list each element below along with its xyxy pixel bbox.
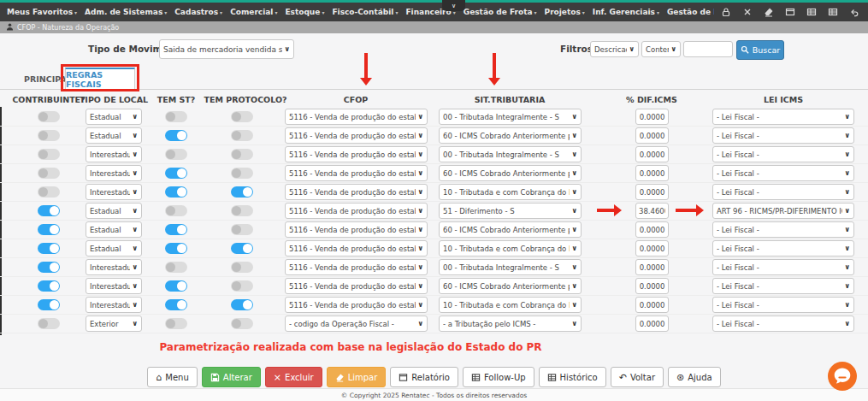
window-icon[interactable] bbox=[785, 7, 795, 17]
tipo-local-select[interactable]: Exterior∨ bbox=[86, 315, 142, 332]
limpar-button[interactable]: Limpar bbox=[327, 367, 387, 387]
contribuinte-toggle[interactable] bbox=[38, 186, 60, 198]
tem-st-toggle[interactable] bbox=[165, 280, 187, 292]
alterar-button[interactable]: Alterar bbox=[202, 367, 261, 387]
historico-button[interactable]: Histórico bbox=[539, 367, 606, 387]
tem-protocolo-toggle[interactable] bbox=[231, 243, 253, 254]
tem-st-toggle[interactable] bbox=[165, 224, 187, 235]
excluir-button[interactable]: ×Excluir bbox=[265, 367, 322, 387]
filter-search-input[interactable] bbox=[683, 41, 733, 57]
cfop-select[interactable]: 5116 - Venda de produção do estabelecime… bbox=[285, 240, 428, 257]
contribuinte-toggle[interactable] bbox=[38, 224, 60, 235]
tipo-movimento-select[interactable]: Saida de mercadoria vendida sob a c∨ bbox=[159, 39, 294, 59]
menu-item[interactable]: Estoque▾ bbox=[285, 8, 324, 16]
lei-icms-select[interactable]: - Lei Fiscal -∨ bbox=[712, 278, 854, 294]
tipo-local-select[interactable]: Interestadual∨ bbox=[86, 184, 142, 200]
tem-st-toggle[interactable] bbox=[165, 205, 187, 216]
contribuinte-toggle[interactable] bbox=[38, 299, 60, 310]
tipo-local-select[interactable]: Estadual∨ bbox=[86, 203, 142, 219]
tem-protocolo-toggle[interactable] bbox=[231, 299, 253, 310]
lei-icms-select[interactable]: - Lei Fiscal -∨ bbox=[712, 109, 854, 125]
tipo-local-select[interactable]: Interestadual∨ bbox=[86, 297, 142, 313]
sit-tributaria-select[interactable]: 60 - ICMS Cobrado Anteriormente por Subs… bbox=[439, 165, 582, 181]
sit-tributaria-select[interactable]: 60 - ICMS Cobrado Anteriormente por Subs… bbox=[439, 278, 582, 294]
menu-item[interactable]: Gestão de Pessoas▾ bbox=[667, 8, 714, 16]
tipo-local-select[interactable]: Interestadual∨ bbox=[86, 165, 142, 181]
dif-icms-input[interactable] bbox=[635, 297, 669, 313]
cfop-select[interactable]: 5116 - Venda de produção do estabelecime… bbox=[285, 165, 428, 181]
tipo-local-select[interactable]: Interestadual∨ bbox=[86, 146, 142, 162]
undo-icon[interactable] bbox=[849, 7, 859, 17]
dif-icms-input[interactable] bbox=[635, 240, 669, 257]
menu-item[interactable]: Cadastros▾ bbox=[174, 8, 222, 16]
sit-tributaria-select[interactable]: 10 - Tributada e com Cobrança do ICMS po… bbox=[439, 240, 582, 257]
contribuinte-toggle[interactable] bbox=[38, 111, 60, 122]
tem-st-toggle[interactable] bbox=[165, 318, 187, 329]
lei-icms-select[interactable]: - Lei Fiscal -∨ bbox=[712, 297, 854, 313]
cfop-select[interactable]: 5116 - Venda de produção do estabelecime… bbox=[285, 109, 428, 125]
tem-protocolo-toggle[interactable] bbox=[231, 318, 253, 329]
menu-item[interactable]: Gestão de Frota▾ bbox=[464, 8, 537, 16]
tipo-local-select[interactable]: Interestadual∨ bbox=[86, 278, 142, 294]
cfop-select[interactable]: 5116 - Venda de produção do estabelecime… bbox=[285, 184, 428, 200]
tipo-local-select[interactable]: Estadual∨ bbox=[86, 109, 142, 125]
cfop-select[interactable]: 5116 - Venda de produção do estabelecime… bbox=[285, 221, 428, 238]
tab-regras-fiscais[interactable]: REGRAS FISCAIS bbox=[65, 68, 135, 90]
contribuinte-toggle[interactable] bbox=[38, 149, 60, 160]
tem-protocolo-toggle[interactable] bbox=[231, 168, 253, 179]
close-icon[interactable] bbox=[742, 7, 753, 17]
cfop-select[interactable]: 5116 - Venda de produção do estabelecime… bbox=[285, 259, 428, 275]
menu-button[interactable]: ⌂Menu bbox=[147, 367, 197, 387]
cfop-select[interactable]: 5116 - Venda de produção do estabelecime… bbox=[285, 146, 428, 162]
tem-protocolo-toggle[interactable] bbox=[231, 130, 253, 141]
lock-icon[interactable] bbox=[721, 7, 731, 17]
sit-tributaria-select[interactable]: 00 - Tributada Integralmente - S∨ bbox=[439, 109, 582, 125]
tem-st-toggle[interactable] bbox=[165, 262, 187, 273]
table-icon[interactable] bbox=[828, 7, 838, 17]
filter-field-select[interactable]: Descricao ti∨ bbox=[590, 41, 639, 57]
tem-protocolo-toggle[interactable] bbox=[231, 280, 253, 292]
cfop-select[interactable]: 5116 - Venda de produção do estabelecime… bbox=[285, 203, 428, 219]
lei-icms-select[interactable]: - Lei Fiscal -∨ bbox=[712, 221, 854, 238]
lei-icms-select[interactable]: - Lei Fiscal -∨ bbox=[712, 146, 854, 162]
sit-tributaria-select[interactable]: 60 - ICMS Cobrado Anteriormente por Subs… bbox=[439, 221, 582, 238]
dif-icms-input[interactable] bbox=[635, 315, 669, 332]
chat-button[interactable] bbox=[827, 361, 858, 392]
sit-tributaria-select[interactable]: - a Tributação pelo ICMS -∨ bbox=[439, 315, 582, 332]
tem-protocolo-toggle[interactable] bbox=[231, 186, 253, 198]
tipo-local-select[interactable]: Estadual∨ bbox=[86, 240, 142, 257]
dif-icms-input[interactable] bbox=[635, 203, 669, 219]
dif-icms-input[interactable] bbox=[635, 146, 669, 162]
lei-icms-select[interactable]: - Lei Fiscal -∨ bbox=[712, 259, 854, 275]
tem-protocolo-toggle[interactable] bbox=[231, 149, 253, 160]
sit-tributaria-select[interactable]: 10 - Tributada e com Cobrança do ICMS po… bbox=[439, 297, 582, 313]
dif-icms-input[interactable] bbox=[635, 278, 669, 294]
menu-item[interactable]: Inf. Gerenciais▾ bbox=[593, 8, 659, 16]
cfop-select[interactable]: 5116 - Venda de produção do estabelecime… bbox=[285, 278, 428, 294]
lei-icms-select[interactable]: - Lei Fiscal -∨ bbox=[712, 184, 854, 200]
menu-collapse-handle[interactable]: ∨ bbox=[442, 0, 465, 11]
cfop-select[interactable]: 5116 - Venda de produção do estabelecime… bbox=[285, 127, 428, 144]
tem-st-toggle[interactable] bbox=[165, 186, 187, 198]
lei-icms-select[interactable]: - Lei Fiscal -∨ bbox=[712, 315, 854, 332]
menu-item[interactable]: Comercial▾ bbox=[230, 8, 277, 16]
tem-st-toggle[interactable] bbox=[165, 243, 187, 254]
dif-icms-input[interactable] bbox=[635, 184, 669, 200]
lei-icms-select[interactable]: ART 96 - RICMS/PR-DIFERIMENTO ICMS COI∨ bbox=[712, 203, 854, 219]
dif-icms-input[interactable] bbox=[635, 165, 669, 181]
tem-st-toggle[interactable] bbox=[165, 168, 187, 179]
contribuinte-toggle[interactable] bbox=[38, 130, 60, 141]
filter-operator-select[interactable]: Contem∨ bbox=[641, 41, 681, 57]
tipo-local-select[interactable]: Estadual∨ bbox=[86, 127, 142, 144]
buscar-button[interactable]: Buscar bbox=[736, 40, 784, 60]
dif-icms-input[interactable] bbox=[635, 127, 669, 144]
contribuinte-toggle[interactable] bbox=[38, 262, 60, 273]
cfop-select[interactable]: 5116 - Venda de produção do estabelecime… bbox=[285, 297, 428, 313]
tipo-local-select[interactable]: Estadual∨ bbox=[86, 221, 142, 238]
cfop-select[interactable]: - codigo da Operação Fiscal -∨ bbox=[285, 315, 428, 332]
lei-icms-select[interactable]: - Lei Fiscal -∨ bbox=[712, 165, 854, 181]
contribuinte-toggle[interactable] bbox=[38, 280, 60, 292]
tem-st-toggle[interactable] bbox=[165, 111, 187, 122]
sit-tributaria-select[interactable]: 60 - ICMS Cobrado Anteriormente por Subs… bbox=[439, 127, 582, 144]
contribuinte-toggle[interactable] bbox=[38, 168, 60, 179]
